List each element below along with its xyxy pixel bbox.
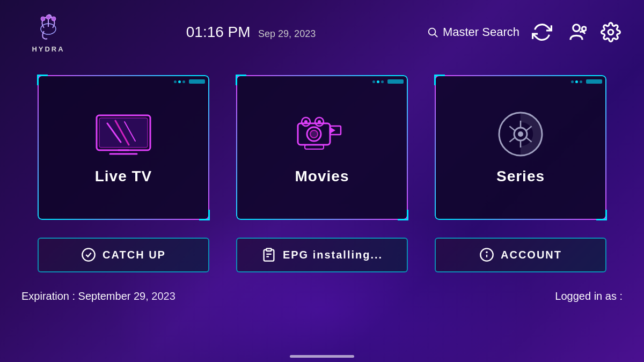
card-dot xyxy=(174,80,177,83)
clipboard-icon xyxy=(261,247,276,262)
catch-up-button[interactable]: CATCH UP xyxy=(38,238,209,272)
refresh-button[interactable] xyxy=(530,20,554,44)
logo-area: HYDRA xyxy=(21,12,75,53)
card-dot-active xyxy=(575,80,578,83)
cards-section: Live TV Movies xyxy=(0,64,644,231)
check-circle-icon xyxy=(81,247,96,262)
movies-card[interactable]: Movies xyxy=(236,75,408,220)
card-dot xyxy=(372,80,375,83)
logged-in-text: Logged in as : xyxy=(555,290,623,302)
profile-icon xyxy=(566,22,587,42)
svg-point-18 xyxy=(310,130,318,138)
svg-point-3 xyxy=(52,17,56,21)
svg-point-8 xyxy=(608,29,613,35)
svg-point-20 xyxy=(304,120,308,123)
date-display: Sep 29, 2023 xyxy=(258,28,316,39)
search-icon xyxy=(427,26,438,38)
refresh-icon xyxy=(532,22,552,42)
card-dot xyxy=(580,80,582,83)
svg-rect-36 xyxy=(266,248,271,251)
corner-decoration xyxy=(37,75,48,85)
buttons-section: CATCH UP EPG installing... ACCOUNT xyxy=(0,231,644,279)
account-button[interactable]: ACCOUNT xyxy=(435,238,606,272)
svg-point-1 xyxy=(41,17,45,21)
settings-button[interactable] xyxy=(599,20,623,44)
svg-point-28 xyxy=(518,131,523,137)
info-circle-icon xyxy=(479,247,494,262)
master-search-button[interactable]: Master Search xyxy=(427,25,519,39)
movies-label: Movies xyxy=(295,168,349,185)
svg-line-31 xyxy=(509,126,515,130)
card-dot-active xyxy=(178,80,181,83)
svg-line-33 xyxy=(509,137,515,142)
card-dot xyxy=(381,80,384,83)
svg-point-7 xyxy=(582,27,586,31)
master-search-label: Master Search xyxy=(443,25,519,39)
card-dot xyxy=(571,80,574,83)
profile-button[interactable] xyxy=(565,20,588,44)
account-label: ACCOUNT xyxy=(501,249,562,261)
gear-icon xyxy=(601,22,621,42)
card-dot-active xyxy=(377,80,379,83)
series-card[interactable]: Series xyxy=(435,75,606,220)
live-tv-label: Live TV xyxy=(95,168,152,185)
series-label: Series xyxy=(496,168,545,185)
corner-decoration xyxy=(236,75,246,85)
svg-line-5 xyxy=(435,34,437,37)
svg-rect-10 xyxy=(99,118,148,147)
card-dots xyxy=(174,80,185,83)
tv-icon xyxy=(91,110,156,158)
header-right: Master Search xyxy=(427,20,623,44)
corner-decoration xyxy=(596,210,607,220)
time-display: 01:16 PM xyxy=(186,24,251,40)
film-reel-icon xyxy=(494,110,547,158)
epg-button[interactable]: EPG installing... xyxy=(236,238,408,272)
corner-decoration xyxy=(434,75,445,85)
svg-point-4 xyxy=(429,28,436,35)
svg-point-2 xyxy=(46,15,50,19)
card-dots xyxy=(372,80,384,83)
catch-up-label: CATCH UP xyxy=(103,249,166,261)
footer: Expiration : September 29, 2023 Logged i… xyxy=(0,279,644,314)
time-area: 01:16 PM Sep 29, 2023 xyxy=(75,24,427,41)
corner-decoration xyxy=(199,210,210,220)
expiration-text: Expiration : September 29, 2023 xyxy=(21,290,175,302)
corner-decoration xyxy=(398,210,408,220)
svg-point-35 xyxy=(82,248,94,261)
card-dots xyxy=(571,80,582,83)
epg-label: EPG installing... xyxy=(283,249,383,261)
hydra-logo-icon xyxy=(32,12,64,44)
svg-point-22 xyxy=(318,120,321,123)
live-tv-card[interactable]: Live TV xyxy=(38,75,209,220)
svg-point-6 xyxy=(573,25,580,32)
card-dot xyxy=(182,80,185,83)
scroll-indicator xyxy=(290,355,354,358)
logo-text: HYDRA xyxy=(32,45,64,53)
header: HYDRA 01:16 PM Sep 29, 2023 Master Searc… xyxy=(0,0,644,64)
svg-marker-24 xyxy=(330,127,335,134)
movie-camera-icon xyxy=(295,110,349,158)
